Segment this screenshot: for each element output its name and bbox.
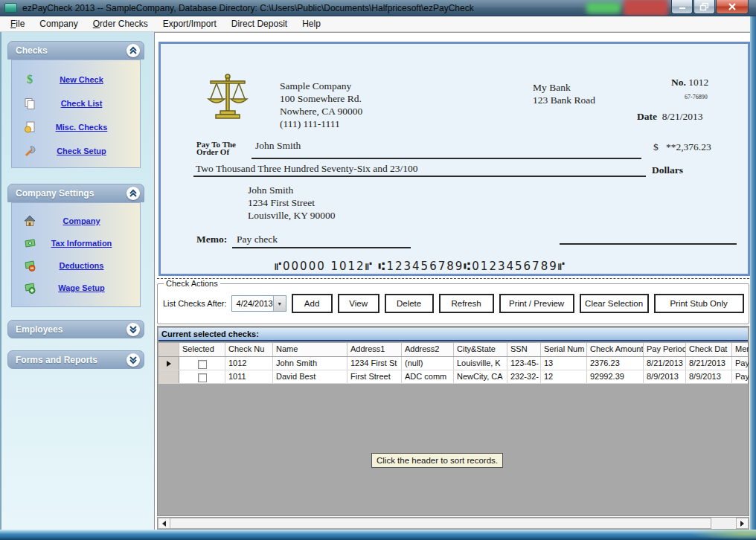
row-checkbox[interactable]: [198, 360, 207, 369]
menu-direct-deposit[interactable]: Direct Deposit: [224, 17, 295, 30]
city-state-cell[interactable]: Louisville, K: [454, 357, 507, 370]
checks-table: Selected Check Nu Name Address1 Address2…: [158, 343, 748, 384]
sidebar-item-misc-checks[interactable]: Misc. Checks: [12, 118, 140, 136]
sidebar-item-wage-setup[interactable]: Wage Setup: [12, 279, 140, 297]
delete-button[interactable]: Delete: [385, 294, 434, 313]
name-cell[interactable]: John Smith: [273, 357, 347, 370]
check-date-cell[interactable]: 8/21/2013: [686, 357, 732, 370]
copy-icon: [23, 97, 36, 110]
scroll-right-icon: [740, 521, 744, 527]
row-checkbox[interactable]: [198, 373, 207, 382]
ssn-cell[interactable]: 123-45-: [507, 357, 541, 370]
minimize-button[interactable]: [671, 0, 693, 14]
sidebar-item-check-list[interactable]: Check List: [12, 94, 140, 112]
add-button[interactable]: Add: [292, 294, 333, 313]
horizontal-scrollbar[interactable]: [157, 517, 749, 530]
row-selector[interactable]: [158, 370, 179, 383]
column-header[interactable]: Pay Period: [644, 343, 686, 356]
section-title: Employees: [16, 324, 63, 335]
dropdown-arrow-icon[interactable]: ▼: [273, 296, 286, 311]
column-header[interactable]: Serial Num: [541, 343, 587, 356]
address2-cell[interactable]: ADC comm: [402, 370, 454, 383]
print-stub-only-button[interactable]: Print Stub Only: [654, 294, 744, 313]
column-header[interactable]: Address2: [402, 343, 454, 356]
sidebar-item-new-check[interactable]: $ New Check: [12, 71, 140, 89]
sidebar-section-checks[interactable]: Checks: [7, 41, 144, 60]
check-number: No. 1012: [671, 76, 708, 89]
sidebar-section-forms-and-reports[interactable]: Forms and Reports: [7, 350, 144, 369]
pay-period-cell[interactable]: 8/9/2013: [644, 370, 686, 383]
expand-forms-reports-icon[interactable]: [126, 353, 140, 367]
check-actions-group: Check Actions List Checks After: 4/24/20…: [157, 283, 749, 324]
row-selector[interactable]: [158, 357, 179, 370]
sidebar-section-company-settings[interactable]: Company Settings: [7, 184, 144, 202]
sidebar-item-check-setup[interactable]: Check Setup: [12, 142, 140, 160]
serial-cell[interactable]: 12: [541, 370, 587, 383]
amount-cell[interactable]: 2376.23: [587, 357, 644, 370]
restore-button[interactable]: [693, 0, 715, 14]
memo-cell[interactable]: Pay c: [732, 370, 749, 383]
check-date-cell[interactable]: 8/9/2013: [686, 370, 732, 383]
amount-cell[interactable]: 92992.39: [587, 370, 644, 383]
close-button[interactable]: [716, 0, 749, 14]
column-header[interactable]: City&State: [454, 343, 507, 356]
column-header[interactable]: Address1: [347, 343, 402, 356]
memo-value: Pay check: [237, 233, 278, 245]
menu-file[interactable]: File: [3, 17, 32, 30]
name-cell[interactable]: David Best: [273, 370, 347, 383]
sidebar-section-employees[interactable]: Employees: [7, 320, 144, 338]
ssn-cell[interactable]: 232-32-: [507, 370, 541, 383]
sidebar-item-tax-information[interactable]: Tax Information: [12, 234, 140, 252]
print-preview-button[interactable]: Print / Preview: [499, 294, 574, 313]
scroll-left-button[interactable]: [158, 518, 170, 529]
column-header[interactable]: Memo: [732, 343, 749, 356]
selected-cell[interactable]: [179, 370, 225, 383]
company-address: 100 Somewhere Rd.: [280, 92, 362, 105]
city-state-cell[interactable]: NewCity, CA: [454, 370, 507, 383]
pay-period-cell[interactable]: 8/21/2013: [644, 357, 686, 370]
caption-buttons: [670, 0, 749, 14]
column-header[interactable]: Name: [273, 343, 347, 356]
column-header[interactable]: Selected: [179, 343, 225, 356]
menu-export-import[interactable]: Export/Import: [156, 17, 224, 30]
collapse-company-settings-icon[interactable]: [126, 187, 140, 200]
table-row[interactable]: 1011 David Best First Street ADC comm Ne…: [158, 370, 748, 384]
window-corner-glow: [689, 530, 756, 540]
amount-words: Two Thousand Three Hundred Seventy-Six a…: [196, 162, 418, 175]
memo-underline: [232, 247, 411, 248]
serial-cell[interactable]: 13: [541, 357, 587, 370]
selected-cell[interactable]: [179, 357, 225, 370]
view-button[interactable]: View: [338, 294, 379, 313]
refresh-button[interactable]: Refresh: [439, 294, 494, 313]
restore-icon: [699, 2, 710, 11]
column-header[interactable]: Check Dat: [686, 343, 732, 356]
menu-company[interactable]: Company: [32, 17, 85, 30]
address1-cell[interactable]: First Street: [347, 370, 402, 383]
menu-order-checks[interactable]: Order Checks: [86, 17, 156, 30]
sidebar-item-company[interactable]: Company: [12, 212, 140, 230]
menu-help[interactable]: Help: [295, 17, 328, 30]
window-border-right: [750, 16, 756, 530]
expand-employees-icon[interactable]: [126, 323, 140, 336]
address1-cell[interactable]: 1234 First St: [347, 357, 402, 370]
collapse-checks-icon[interactable]: [126, 44, 140, 57]
column-header[interactable]: Check Amount: [587, 343, 644, 356]
check-number-cell[interactable]: 1011: [225, 370, 273, 383]
scrollbar-thumb[interactable]: [170, 518, 711, 529]
section-title: Checks: [16, 45, 48, 56]
list-checks-after-date[interactable]: 4/24/2013 ▼: [231, 295, 286, 312]
column-header[interactable]: Check Nu: [225, 343, 273, 356]
money-plus-icon: [23, 281, 36, 295]
checks-panel-body: $ New Check Check List Misc. Checks: [11, 60, 141, 168]
sidebar-item-deductions[interactable]: Deductions: [12, 257, 140, 274]
check-number-cell[interactable]: 1012: [225, 357, 273, 370]
table-row[interactable]: 1012 John Smith 1234 First St (null) Lou…: [158, 357, 748, 370]
memo-cell[interactable]: Pay c: [732, 357, 749, 370]
clear-selection-button[interactable]: Clear Selection: [580, 294, 649, 313]
titlebar[interactable]: ezPayCheck 2013 -- SampleCompany, Databa…: [0, 0, 756, 16]
scroll-right-button[interactable]: [736, 518, 749, 529]
column-header[interactable]: SSN: [507, 343, 541, 356]
address2-cell[interactable]: (null): [402, 357, 454, 370]
app-window: ezPayCheck 2013 -- SampleCompany, Databa…: [0, 0, 756, 540]
scrollbar-track[interactable]: [711, 518, 736, 529]
